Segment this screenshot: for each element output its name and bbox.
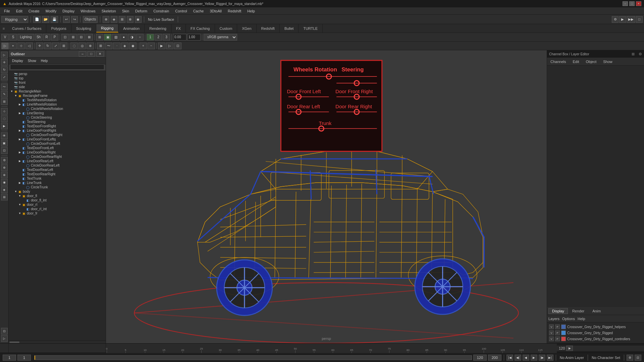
tree-item-top[interactable]: 📷 top (9, 76, 106, 80)
tree-item-linewheels[interactable]: ▶ ◧ LineWheelsRotation (9, 102, 106, 107)
menu-create[interactable]: Create (26, 8, 42, 14)
shade2-btn[interactable]: ◑ (128, 34, 136, 41)
lp-settings6[interactable]: ⊞ (1, 194, 8, 200)
snap2-btn[interactable]: ◈ (111, 16, 117, 23)
outliner-display-menu[interactable]: Display (10, 59, 25, 63)
menu-edit[interactable]: Edit (13, 8, 25, 14)
plus-btn[interactable]: + (140, 43, 147, 49)
select-tool-btn[interactable]: ▷ (1, 43, 9, 49)
layers-sub-tab-help[interactable]: Help (578, 317, 585, 321)
ch-tab-channels[interactable]: Channels (548, 59, 568, 64)
tree-item-circlewheels[interactable]: ◯ CircleWheelsRotation (9, 107, 106, 111)
gamma-select[interactable]: sRGB gamma (204, 34, 237, 41)
playback-max-end[interactable]: 200 (488, 355, 501, 361)
renderer-btn[interactable]: R (43, 34, 50, 41)
render-btn[interactable]: ▶ (619, 16, 626, 23)
lp-history[interactable]: ⊡ (1, 147, 8, 154)
tree-item-doorflint[interactable]: ◧ door_fl_int (9, 198, 106, 202)
tree-item-textdoorrearright[interactable]: ◧ TextDoorRearRight (9, 172, 106, 176)
outliner-close[interactable]: ✕ (96, 51, 104, 57)
ch-tab-edit[interactable]: Edit (571, 59, 581, 64)
pb-settings2[interactable]: ⊡ (635, 355, 641, 361)
res-high-btn[interactable]: 3 (163, 34, 170, 41)
menu-control[interactable]: Control (172, 8, 190, 14)
layer-v-helpers[interactable]: V (549, 324, 554, 329)
move-btn[interactable]: ✛ (36, 43, 43, 49)
tree-item-textsteering[interactable]: ◧ TextSteering (9, 120, 106, 124)
new-file-btn[interactable]: 📄 (33, 16, 41, 23)
lp-scale[interactable]: ⤢ (1, 74, 8, 80)
outliner-help-menu[interactable]: Help (39, 59, 50, 63)
tree-item-texttrunk[interactable]: ◧ TextTrunk (9, 176, 106, 181)
menu-windows[interactable]: Windows (78, 8, 98, 14)
lp-settings1[interactable]: ⚙ (1, 157, 8, 164)
res-low-btn[interactable]: 1 (147, 34, 154, 41)
minimize-button[interactable]: – (623, 1, 628, 6)
outliner-minimize[interactable]: – (79, 51, 86, 57)
ch-tab-object[interactable]: Object (584, 59, 598, 64)
mode-dropdown[interactable]: Rigging (1, 16, 28, 23)
tree-item-doorrl[interactable]: ▼ ▣ door_rl (9, 202, 106, 207)
tree-item-body[interactable]: ▼ ▣ body (9, 189, 106, 194)
tree-item-textdoorfrontleft[interactable]: ◧ TextDoorFrontLeft (9, 146, 106, 150)
menu-modify[interactable]: Modify (43, 8, 59, 14)
paint-sel-btn[interactable]: ⊹ (17, 43, 25, 49)
cam1-btn[interactable]: ⊡ (61, 34, 69, 41)
lp-move[interactable]: ✛ (1, 59, 8, 66)
tab-redshift[interactable]: Redshift (257, 24, 280, 33)
close-button[interactable]: ✕ (636, 1, 641, 6)
lp-curve[interactable]: 〜 (1, 83, 8, 90)
maximize-button[interactable]: □ (629, 1, 635, 6)
undo-btn[interactable]: ↩ (63, 16, 70, 23)
scale-btn[interactable]: ⤢ (52, 43, 59, 49)
tree-item-front[interactable]: 📷 front (9, 80, 106, 85)
open-file-btn[interactable]: 📂 (42, 16, 49, 23)
tree-item-linedoorrearleft[interactable]: ▶ ◧ LineDoorRearLeft (9, 159, 106, 163)
render-settings-btn[interactable]: ⚙ (612, 16, 619, 23)
right-panel-expand[interactable]: ⊞ (632, 52, 635, 56)
pb-play-forward[interactable]: ▶ (531, 355, 537, 361)
playback-range-start[interactable]: 1 (17, 355, 31, 361)
layer-v-controllers[interactable]: V (549, 337, 554, 341)
playback-range-end[interactable]: 120 (473, 355, 487, 361)
tree-item-textdoorfrontright[interactable]: ◧ TextDoorFrontRight (9, 124, 106, 128)
tab-curves-surfaces[interactable]: Curves / Surfaces (7, 24, 46, 33)
playback-current-frame[interactable]: 1 (3, 355, 16, 361)
viewport[interactable]: Wheels Rotation Steering Door Front Left… (106, 50, 547, 343)
menu-redshift[interactable]: Redshift (225, 8, 244, 14)
tree-item-persp[interactable]: 📷 persp (9, 72, 106, 76)
cam4-btn[interactable]: ⊠ (86, 34, 93, 41)
res-med-btn[interactable]: 2 (155, 34, 162, 41)
layers-sub-tab-options[interactable]: Options (562, 317, 575, 321)
tree-item-linetrunk[interactable]: ▶ ◧ LineTrunk (9, 181, 106, 185)
menu-deform[interactable]: Deform (132, 8, 150, 14)
disp-tab-display[interactable]: Display (548, 308, 568, 314)
tree-item-linestering[interactable]: ▶ ◧ LineStering (9, 111, 106, 115)
tree-item-circledoorrearleft[interactable]: ◯ CircleDoorRearLeft (9, 163, 106, 168)
redo-btn[interactable]: ↪ (71, 16, 78, 23)
view-btn[interactable]: V (1, 34, 9, 41)
transform-btn[interactable]: ⊞ (60, 43, 67, 49)
tree-item-doorrlint[interactable]: ◧ door_rl_int (9, 207, 106, 211)
shade3-btn[interactable]: ○ (136, 34, 144, 41)
lp-rig[interactable]: ⊹ (1, 108, 8, 115)
outliner-scrollbar-thumb[interactable] (9, 342, 19, 343)
snap-point-btn[interactable]: ⋅ (113, 43, 120, 49)
layer-p-helpers[interactable]: P (555, 324, 560, 329)
snap3-btn[interactable]: ⊞ (119, 16, 125, 23)
tree-item-textdoorrearleft[interactable]: ◧ TextDoorRearLeft (9, 168, 106, 172)
save-file-btn[interactable]: 💾 (51, 16, 58, 23)
tree-item-side[interactable]: 📷 side (9, 85, 106, 89)
tree-item-textwheels[interactable]: ◧ TextWheelsRotation (9, 98, 106, 102)
snap4-btn[interactable]: ⊗ (127, 16, 133, 23)
snap-live-btn[interactable]: ◉ (129, 43, 137, 49)
wire1-btn[interactable]: ▣ (104, 34, 111, 41)
pb-goto-end[interactable]: ▶| (547, 355, 553, 361)
tree-item-rectangleframe[interactable]: ▼ ▣ RectangleFrame (9, 94, 106, 98)
objects-btn[interactable]: Objects (83, 16, 98, 23)
snap-grid-btn[interactable]: ⊞ (97, 43, 104, 49)
anim1-btn[interactable]: ▶ (158, 43, 165, 49)
show-manip-btn[interactable]: ⊕ (87, 43, 94, 49)
tab-polygons[interactable]: Polygons (46, 24, 71, 33)
playback-timeline-bar[interactable] (34, 355, 472, 360)
